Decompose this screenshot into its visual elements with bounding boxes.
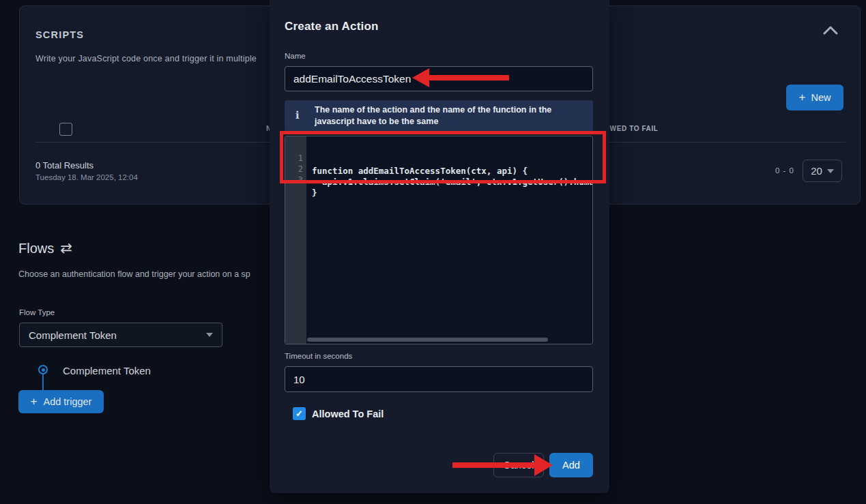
timeout-input-value: 10 xyxy=(293,374,305,385)
info-banner-text: The name of the action and the name of t… xyxy=(315,104,588,128)
scripts-card-description: Write your JavaScript code once and trig… xyxy=(35,54,257,63)
select-all-checkbox[interactable] xyxy=(59,123,72,136)
chevron-up-icon xyxy=(823,26,838,35)
caret-down-icon xyxy=(206,333,213,337)
name-input[interactable]: addEmailToAccessToken xyxy=(285,66,593,91)
flow-type-value: Complement Token xyxy=(29,329,117,341)
flow-type-select[interactable]: Complement Token xyxy=(19,323,222,347)
name-input-value: addEmailToAccessToken xyxy=(293,73,411,85)
pagination-range: 0 - 0 xyxy=(775,166,794,175)
code-text: api.v1.claims.setClaim('email', ctx.v1.g… xyxy=(312,177,592,187)
line-number: 3 xyxy=(285,175,303,185)
page-size-select[interactable]: 20 xyxy=(803,160,842,182)
add-button-label: Add xyxy=(562,460,580,471)
collapse-section-button[interactable] xyxy=(820,21,841,39)
code-editor[interactable]: 1 function addEmailToAccessToken(ctx, ap… xyxy=(285,136,593,344)
scripts-card-title: SCRIPTS xyxy=(35,29,84,40)
flows-title-text: Flows xyxy=(18,241,54,256)
code-line: 2 api.v1.claims.setClaim('email', ctx.v1… xyxy=(285,152,592,163)
caret-down-icon xyxy=(827,169,834,173)
flows-section-title: Flows ⇄ xyxy=(18,240,72,256)
plus-icon: + xyxy=(799,91,806,104)
name-field-label: Name xyxy=(285,52,306,60)
results-count: 0 Total Results xyxy=(35,160,93,171)
timeout-field-label: Timeout in seconds xyxy=(285,352,352,360)
cancel-button[interactable]: Cancel xyxy=(493,453,544,477)
results-timestamp: Tuesday 18. Mar 2025, 12:04 xyxy=(35,173,138,181)
allowed-to-fail-checkbox[interactable]: ✓ xyxy=(293,407,306,420)
flows-section-description: Choose an authentication flow and trigge… xyxy=(18,269,250,279)
page-size-value: 20 xyxy=(811,165,822,177)
add-button[interactable]: Add xyxy=(549,453,593,477)
add-trigger-label: Add trigger xyxy=(44,396,92,407)
swap-arrows-icon: ⇄ xyxy=(60,240,72,256)
new-button-label: New xyxy=(811,92,831,103)
code-line: 3 } xyxy=(285,163,592,174)
info-icon: ℹ xyxy=(295,109,300,121)
modal-title: Create an Action xyxy=(285,20,379,33)
flow-node-icon xyxy=(38,365,48,374)
create-action-modal: Create an Action Name addEmailToAccessTo… xyxy=(270,0,609,493)
allowed-to-fail-label: Allowed To Fail xyxy=(312,409,384,419)
check-icon: ✓ xyxy=(295,409,303,419)
code-text: } xyxy=(312,188,592,198)
new-script-button[interactable]: + New xyxy=(786,85,843,110)
horizontal-scrollbar[interactable] xyxy=(307,338,548,342)
code-line: 1 function addEmailToAccessToken(ctx, ap… xyxy=(285,141,592,152)
plus-icon: + xyxy=(31,395,38,409)
timeout-input[interactable]: 10 xyxy=(285,366,593,392)
flow-node-label: Complement Token xyxy=(63,365,151,376)
flow-type-label: Flow Type xyxy=(19,308,55,316)
add-trigger-button[interactable]: + Add trigger xyxy=(18,390,104,413)
cancel-button-label: Cancel xyxy=(503,460,534,471)
flow-connector-line xyxy=(42,374,44,390)
info-banner: ℹ The name of the action and the name of… xyxy=(285,100,593,132)
